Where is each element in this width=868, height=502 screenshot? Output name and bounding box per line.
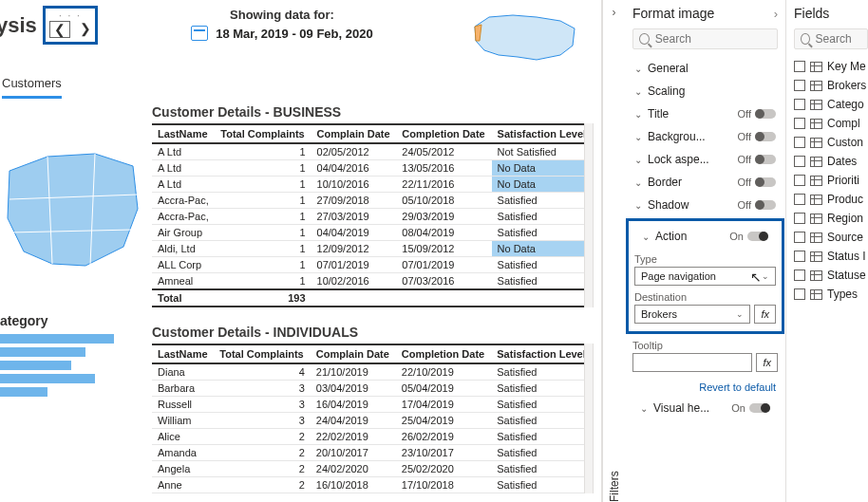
category-chart[interactable]: ategory bbox=[0, 313, 142, 400]
checkbox[interactable] bbox=[794, 156, 805, 167]
table-row[interactable]: Angela224/02/202025/02/2020Satisfied bbox=[152, 461, 593, 477]
field-item[interactable]: Brokers bbox=[794, 76, 868, 95]
filters-panel-collapsed[interactable]: › Filters bbox=[602, 0, 625, 502]
toggle[interactable] bbox=[755, 200, 776, 210]
table-row[interactable]: Amneal110/02/201607/03/2016Satisfied bbox=[152, 273, 593, 290]
checkbox[interactable] bbox=[794, 137, 805, 148]
column-header[interactable]: Satisfaction Level bbox=[491, 344, 593, 363]
action-toggle-state: On bbox=[729, 231, 744, 242]
field-item[interactable]: Key Me bbox=[794, 57, 868, 76]
table-icon bbox=[810, 289, 822, 300]
fields-search-input[interactable] bbox=[816, 32, 861, 46]
tooltip-input[interactable] bbox=[632, 353, 752, 372]
page-next-arrow[interactable]: ❯ bbox=[80, 21, 91, 38]
checkbox[interactable] bbox=[794, 118, 805, 129]
bar[interactable] bbox=[0, 334, 114, 344]
field-item[interactable]: Source bbox=[794, 228, 868, 247]
field-item[interactable]: Custon bbox=[794, 133, 868, 152]
column-header[interactable]: LastName bbox=[152, 344, 214, 363]
table-row[interactable]: William324/04/201925/04/2019Satisfied bbox=[152, 413, 593, 429]
table-row[interactable]: Air Group104/04/201908/04/2019Satisfied bbox=[152, 225, 593, 241]
tooltip-label: Tooltip bbox=[632, 340, 778, 351]
column-header[interactable]: Complain Date bbox=[311, 124, 397, 143]
destination-dropdown[interactable]: Brokers ⌄ bbox=[634, 305, 750, 324]
table-row[interactable]: ALL Corp107/01/201907/01/2019Satisfied bbox=[152, 257, 593, 273]
checkbox[interactable] bbox=[794, 80, 805, 91]
field-item[interactable]: Dates bbox=[794, 152, 868, 171]
field-item[interactable]: Statuse bbox=[794, 266, 868, 285]
column-header[interactable]: Completion Date bbox=[396, 124, 491, 143]
action-section[interactable]: ⌄Action On bbox=[634, 225, 776, 248]
checkbox[interactable] bbox=[794, 270, 805, 281]
business-table[interactable]: LastNameTotal ComplaintsComplain DateCom… bbox=[152, 123, 594, 307]
toggle[interactable] bbox=[755, 155, 776, 164]
us-map-thumbnail[interactable] bbox=[470, 8, 584, 65]
table-row[interactable]: Alice222/02/201926/02/2019Satisfied bbox=[152, 429, 593, 445]
field-item[interactable]: Compl bbox=[794, 114, 868, 133]
checkbox[interactable] bbox=[794, 61, 805, 72]
field-item[interactable]: Region bbox=[794, 209, 868, 228]
table-row[interactable]: Accra-Pac,127/09/201805/10/2018Satisfied bbox=[152, 193, 593, 209]
field-item[interactable]: Prioriti bbox=[794, 171, 868, 190]
column-header[interactable]: Total Complaints bbox=[215, 124, 311, 143]
tooltip-fx-button[interactable]: fx bbox=[756, 353, 778, 372]
checkbox[interactable] bbox=[794, 232, 805, 243]
table-row[interactable]: Aldi, Ltd112/09/201215/09/2012No Data bbox=[152, 241, 593, 257]
format-section[interactable]: ⌄TitleOff bbox=[627, 102, 783, 125]
visual-header-section[interactable]: ⌄Visual he... On bbox=[632, 397, 778, 419]
page-prev-arrow[interactable]: ❮ bbox=[49, 21, 70, 38]
bar[interactable] bbox=[0, 347, 85, 357]
toggle[interactable] bbox=[755, 177, 776, 187]
fields-search[interactable] bbox=[794, 28, 868, 49]
format-section[interactable]: ⌄General bbox=[627, 57, 783, 80]
table-row[interactable]: A Ltd104/04/201613/05/2016No Data bbox=[152, 160, 593, 177]
checkbox[interactable] bbox=[794, 213, 805, 224]
column-header[interactable]: Complain Date bbox=[311, 344, 396, 363]
field-item[interactable]: Types bbox=[794, 285, 868, 304]
destination-fx-button[interactable]: fx bbox=[754, 305, 776, 324]
table-row[interactable]: Diana421/10/201922/10/2019Satisfied bbox=[152, 363, 593, 381]
visual-options-dots[interactable]: · · · bbox=[49, 10, 91, 21]
column-header[interactable]: Total Complaints bbox=[214, 344, 311, 363]
column-header[interactable]: Satisfaction Level bbox=[492, 124, 593, 143]
table-icon bbox=[810, 270, 822, 281]
visual-header-toggle[interactable] bbox=[749, 403, 770, 413]
field-item[interactable]: Status I bbox=[794, 247, 868, 266]
page-navigation-highlight: · · · ❮ ❯ bbox=[43, 6, 98, 45]
chevron-right-icon[interactable]: › bbox=[774, 7, 778, 21]
tab-customers[interactable]: Customers bbox=[2, 76, 62, 99]
format-section[interactable]: ⌄Backgrou...Off bbox=[627, 125, 783, 148]
checkbox[interactable] bbox=[794, 175, 805, 186]
format-section[interactable]: ⌄Scaling bbox=[627, 80, 783, 102]
column-header[interactable]: Completion Date bbox=[396, 344, 491, 363]
format-search-input[interactable] bbox=[655, 32, 771, 46]
us-map-visual[interactable] bbox=[0, 142, 142, 285]
revert-to-default[interactable]: Revert to default bbox=[632, 381, 776, 393]
individuals-table[interactable]: LastNameTotal ComplaintsComplain DateCom… bbox=[152, 344, 594, 493]
format-search[interactable] bbox=[632, 28, 778, 49]
format-section[interactable]: ⌄ShadowOff bbox=[627, 194, 783, 216]
table-row[interactable]: Barbara303/04/201905/04/2019Satisfied bbox=[152, 381, 593, 397]
column-header[interactable]: LastName bbox=[152, 124, 215, 143]
table-row[interactable]: Russell316/04/201917/04/2019Satisfied bbox=[152, 397, 593, 413]
format-section[interactable]: ⌄BorderOff bbox=[627, 171, 783, 194]
bar[interactable] bbox=[0, 361, 71, 370]
table-row[interactable]: Anne216/10/201817/10/2018Satisfied bbox=[152, 477, 593, 493]
checkbox[interactable] bbox=[794, 251, 805, 262]
field-item[interactable]: Produc bbox=[794, 190, 868, 209]
table-row[interactable]: Amanda220/10/201723/10/2017Satisfied bbox=[152, 445, 593, 461]
checkbox[interactable] bbox=[794, 99, 805, 110]
toggle[interactable] bbox=[755, 132, 776, 141]
checkbox[interactable] bbox=[794, 194, 805, 205]
table-row[interactable]: A Ltd110/10/201622/11/2016No Data bbox=[152, 177, 593, 193]
type-dropdown[interactable]: Page navigation ⌄ ↖ bbox=[634, 267, 776, 286]
checkbox[interactable] bbox=[794, 288, 805, 300]
table-row[interactable]: Accra-Pac,127/03/201929/03/2019Satisfied bbox=[152, 209, 593, 225]
format-section[interactable]: ⌄Lock aspe...Off bbox=[627, 148, 783, 171]
table-row[interactable]: A Ltd102/05/201224/05/2012Not Satisfied bbox=[152, 143, 593, 160]
bar[interactable] bbox=[0, 387, 47, 397]
field-item[interactable]: Catego bbox=[794, 95, 868, 114]
toggle[interactable] bbox=[755, 109, 776, 119]
action-toggle[interactable] bbox=[747, 232, 768, 241]
bar[interactable] bbox=[0, 374, 95, 383]
